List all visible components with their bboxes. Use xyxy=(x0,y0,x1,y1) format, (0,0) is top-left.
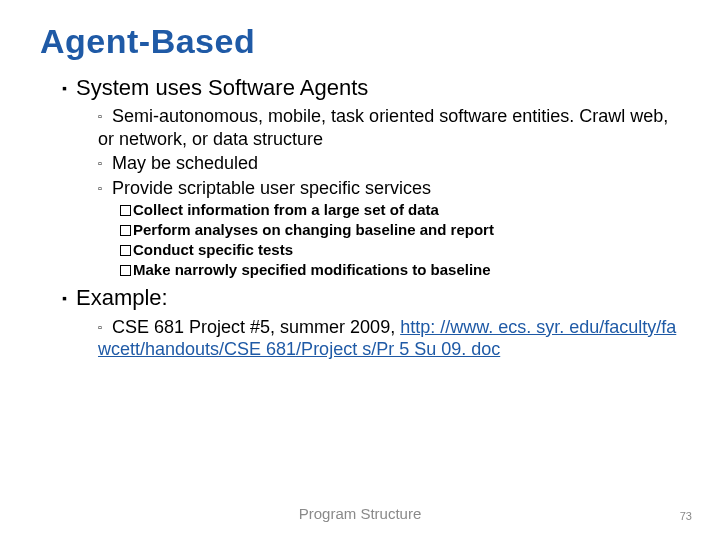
bullet-l1: ▪System uses Software Agents xyxy=(62,75,680,101)
page-number: 73 xyxy=(680,510,692,522)
bullet-l2: ▫Semi-autonomous, mobile, task oriented … xyxy=(98,105,680,150)
bullet-text: Collect information from a large set of … xyxy=(133,201,439,218)
bullet-group-1: ▪System uses Software Agents ▫Semi-auton… xyxy=(40,75,680,279)
bullet-l3: Perform analyses on changing baseline an… xyxy=(120,221,680,240)
bullet-text: Perform analyses on changing baseline an… xyxy=(133,221,494,238)
bullet-l2: ▫CSE 681 Project #5, summer 2009, http: … xyxy=(98,316,680,361)
bullet-text: Provide scriptable user specific service… xyxy=(112,178,431,198)
bullet-text: Semi-autonomous, mobile, task oriented s… xyxy=(98,106,668,149)
square-bullet-icon: ▪ xyxy=(62,80,76,97)
checkbox-icon xyxy=(120,225,131,236)
example-prefix: CSE 681 Project #5, summer 2009, xyxy=(112,317,400,337)
slide: Agent-Based ▪System uses Software Agents… xyxy=(0,0,720,540)
bullet-text: CSE 681 Project #5, summer 2009, http: /… xyxy=(98,317,676,360)
bullet-text: May be scheduled xyxy=(112,153,258,173)
footer-text: Program Structure xyxy=(0,505,720,522)
bullet-l3: Collect information from a large set of … xyxy=(120,201,680,220)
square-bullet-icon: ▪ xyxy=(62,290,76,307)
bullet-text: Make narrowly specified modifications to… xyxy=(133,261,491,278)
bullet-group-2: ▪Example: ▫CSE 681 Project #5, summer 20… xyxy=(40,285,680,360)
hollow-square-icon: ▫ xyxy=(98,157,112,171)
bullet-l3: Make narrowly specified modifications to… xyxy=(120,261,680,280)
hollow-square-icon: ▫ xyxy=(98,182,112,196)
hollow-square-icon: ▫ xyxy=(98,110,112,124)
checkbox-icon xyxy=(120,245,131,256)
bullet-l3: Conduct specific tests xyxy=(120,241,680,260)
hollow-square-icon: ▫ xyxy=(98,321,112,335)
bullet-text: Example: xyxy=(76,285,168,310)
checkbox-icon xyxy=(120,265,131,276)
bullet-text: System uses Software Agents xyxy=(76,75,368,100)
bullet-l2: ▫Provide scriptable user specific servic… xyxy=(98,177,680,200)
bullet-l2: ▫May be scheduled xyxy=(98,152,680,175)
bullet-text: Conduct specific tests xyxy=(133,241,293,258)
checkbox-icon xyxy=(120,205,131,216)
slide-title: Agent-Based xyxy=(40,22,680,61)
bullet-l1: ▪Example: xyxy=(62,285,680,311)
